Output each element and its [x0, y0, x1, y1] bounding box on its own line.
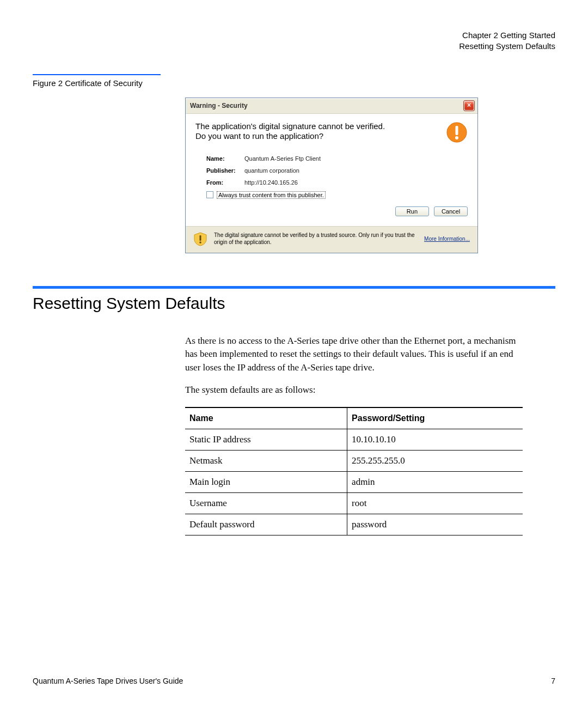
value-from: http://10.240.165.26	[244, 179, 298, 186]
table-header-setting: Password/Setting	[347, 407, 523, 429]
table-row: Username root	[185, 493, 523, 514]
defaults-table: Name Password/Setting Static IP address …	[185, 407, 523, 535]
shield-warning-icon	[193, 232, 207, 246]
header-section: Resetting System Defaults	[33, 41, 555, 52]
cell-setting: 10.10.10.10	[347, 429, 523, 451]
dialog-message: The application's digital signature cann…	[195, 121, 446, 142]
dialog-titlebar: Warning - Security ×	[186, 98, 477, 114]
cell-setting: root	[347, 493, 523, 514]
table-row: Main login admin	[185, 472, 523, 493]
table-row: Default password password	[185, 514, 523, 535]
run-button[interactable]: Run	[395, 206, 429, 216]
table-header-name: Name	[185, 407, 347, 429]
cell-name: Default password	[185, 514, 347, 535]
body-paragraph-1: As there is no access to the A-Series ta…	[185, 334, 523, 375]
cell-setting: admin	[347, 472, 523, 493]
footer-page-number: 7	[551, 677, 555, 685]
dialog-message-line1: The application's digital signature cann…	[195, 121, 440, 132]
svg-rect-3	[200, 235, 201, 241]
security-warning-dialog: Warning - Security × The application's d…	[185, 98, 478, 253]
value-name: Quantum A-Series Ftp Client	[244, 155, 321, 162]
svg-rect-1	[456, 126, 458, 135]
cell-name: Main login	[185, 472, 347, 493]
always-trust-label: Always trust content from this publisher…	[217, 191, 326, 199]
value-publisher: quantum corporation	[244, 167, 299, 174]
svg-point-4	[199, 241, 201, 244]
table-row: Netmask 255.255.255.0	[185, 451, 523, 472]
dialog-message-line2: Do you want to run the application?	[195, 131, 440, 142]
svg-point-2	[455, 136, 458, 139]
dialog-footer-text: The digital signature cannot be verified…	[214, 232, 418, 246]
section-title: Resetting System Defaults	[33, 294, 555, 313]
page-footer: Quantum A-Series Tape Drives User's Guid…	[33, 677, 555, 685]
cell-setting: 255.255.255.0	[347, 451, 523, 472]
always-trust-checkbox[interactable]	[206, 191, 213, 198]
cancel-button[interactable]: Cancel	[434, 206, 468, 216]
label-publisher: Publisher:	[206, 167, 244, 174]
body-paragraph-2: The system defaults are as follows:	[185, 384, 523, 397]
section-rule	[33, 286, 555, 289]
more-information-link[interactable]: More Information...	[424, 236, 470, 242]
page-header: Chapter 2 Getting Started Resetting Syst…	[33, 30, 555, 52]
cell-name: Username	[185, 493, 347, 514]
close-icon[interactable]: ×	[464, 101, 474, 111]
cell-setting: password	[347, 514, 523, 535]
label-from: From:	[206, 179, 244, 186]
footer-left: Quantum A-Series Tape Drives User's Guid…	[33, 677, 183, 685]
cell-name: Static IP address	[185, 429, 347, 451]
label-name: Name:	[206, 155, 244, 162]
figure-caption: Figure 2 Certificate of Security	[33, 74, 161, 88]
warning-icon	[446, 121, 468, 143]
dialog-title: Warning - Security	[190, 102, 248, 109]
table-row: Static IP address 10.10.10.10	[185, 429, 523, 451]
cell-name: Netmask	[185, 451, 347, 472]
header-chapter: Chapter 2 Getting Started	[33, 30, 555, 41]
